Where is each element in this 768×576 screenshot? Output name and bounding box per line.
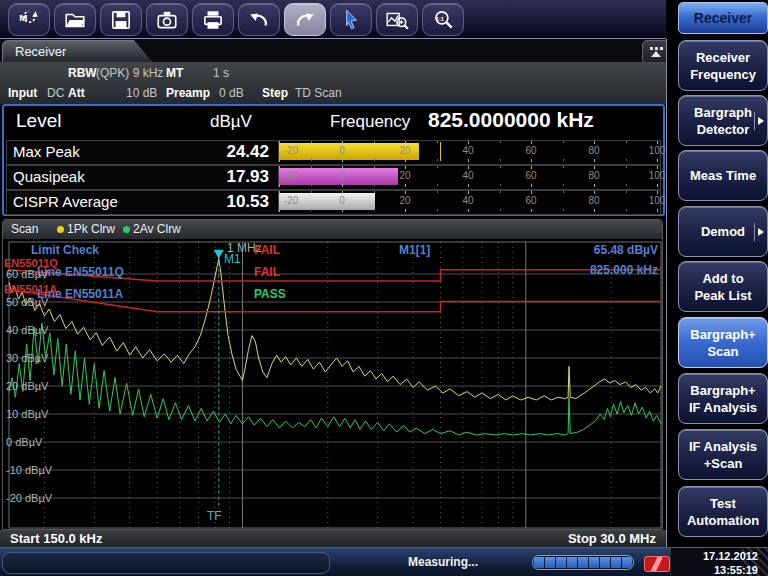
- bargraph-row-max-peak: Max Peak 24.42 -20020406080100: [6, 140, 661, 165]
- y-axis-label: 0 dBµV: [6, 436, 42, 448]
- scale-tick-label: -20: [284, 170, 298, 181]
- undo-icon[interactable]: [238, 3, 280, 36]
- bargraph-row-quasipeak: Quasipeak 17.93 -20020406080100: [6, 165, 661, 190]
- bargraph-scale: -20020406080100: [278, 141, 657, 162]
- rbw-label: RBW: [68, 66, 97, 80]
- scale-tick-label: 40: [462, 170, 473, 181]
- scale-tick-label: 100: [649, 195, 666, 206]
- bargraph-scale: -20020406080100: [278, 166, 657, 187]
- trace2-dot-icon: [123, 226, 130, 233]
- softkey-test-automation[interactable]: TestAutomation: [678, 486, 768, 537]
- error-indicator-icon: [644, 556, 670, 572]
- scale-tick-label: 20: [399, 195, 410, 206]
- scale-tick-label: 80: [588, 145, 599, 156]
- redo-icon[interactable]: [284, 3, 326, 36]
- bargraph-scale: -20020406080100: [278, 191, 657, 212]
- scale-tick-label: 60: [525, 195, 536, 206]
- bargraph-row-cispr-average: CISPR Average 10.53 -20020406080100: [6, 190, 661, 215]
- y-axis-label: -10 dBµV: [6, 464, 52, 476]
- screenshot-icon[interactable]: [146, 3, 188, 36]
- detector-label: CISPR Average: [13, 193, 118, 210]
- scan-window[interactable]: Scan 1Pk Clrw 2Av Clrw 1 MHz Limit Check…: [2, 219, 663, 530]
- scan-plot: [3, 239, 662, 530]
- limit-line-1-status: FAIL: [254, 265, 280, 279]
- tab-receiver[interactable]: Receiver: [2, 40, 152, 62]
- scale-tick-label: 60: [525, 170, 536, 181]
- date-text: 17.12.2012: [671, 549, 758, 563]
- submenu-arrow-icon: [754, 223, 764, 241]
- tab-bar: Receiver: [0, 39, 666, 62]
- input-value[interactable]: DC: [47, 86, 64, 100]
- detector-value: 10.53: [157, 192, 269, 212]
- scale-tick-label: 80: [588, 195, 599, 206]
- mt-label: MT: [166, 66, 183, 80]
- sidebar-divider: [666, 39, 667, 547]
- step-value[interactable]: TD Scan: [295, 86, 342, 100]
- bargraph-bar: [279, 143, 419, 160]
- preamp-label: Preamp: [166, 86, 210, 100]
- y-axis-label: 20 dBµV: [6, 380, 48, 392]
- trace2-legend: 2Av Clrw: [123, 222, 181, 236]
- submenu-arrow-icon: [754, 112, 764, 130]
- scale-tick-label: 0: [339, 170, 345, 181]
- softkey-receiver-frequency[interactable]: ReceiverFrequency: [678, 40, 768, 91]
- open-icon[interactable]: [54, 3, 96, 36]
- y-axis-label: 60 dBµV: [6, 268, 48, 280]
- rbw-value[interactable]: (QPK) 9 kHz: [96, 66, 163, 80]
- bargraph-header: Level dBµV Frequency 825.0000000 kHz: [4, 106, 663, 139]
- level-unit: dBµV: [210, 112, 252, 132]
- y-axis-label: 30 dBµV: [6, 352, 48, 364]
- frequency-range-bar: Start 150.0 kHz Stop 30.0 MHz: [0, 530, 666, 547]
- toolbar: M 1:1: [0, 0, 666, 38]
- zoom-icon[interactable]: [376, 3, 418, 36]
- scale-tick-label: 80: [588, 170, 599, 181]
- zoom-1-1-icon[interactable]: 1:1: [422, 3, 464, 36]
- scale-tick-label: 40: [462, 195, 473, 206]
- settings-bar: RBW (QPK) 9 kHz MT 1 s Input DC Att 10 d…: [0, 62, 666, 104]
- peak-hold-marker: [440, 142, 441, 161]
- scale-tick-label: 40: [462, 145, 473, 156]
- status-bar: Measuring... 17.12.2012 13:55:19: [0, 547, 768, 576]
- collapse-arrow-icon: [651, 51, 661, 57]
- softkey-bargraph-if-analysis[interactable]: Bargraph+IF Analysis: [678, 373, 768, 424]
- scan-chart[interactable]: 1 MHz Limit Check FAIL Line EN55011Q FAI…: [3, 239, 662, 530]
- detector-value: 24.42: [157, 142, 269, 162]
- input-label: Input: [8, 86, 37, 100]
- dots-icon: [650, 47, 663, 50]
- datetime-display: 17.12.2012 13:55:19: [670, 548, 768, 576]
- stop-frequency: Stop 30.0 MHz: [568, 531, 656, 546]
- scale-tick-label: -20: [284, 195, 298, 206]
- scale-tick-label: -20: [284, 145, 298, 156]
- softkey-bargraph-detector[interactable]: BargraphDetector: [678, 95, 768, 146]
- limit-label-en55011a: EN55011A: [4, 283, 57, 295]
- softkey-bargraph-scan[interactable]: Bargraph+Scan: [678, 317, 768, 368]
- y-axis-label: 40 dBµV: [6, 324, 48, 336]
- frequency-value[interactable]: 825.0000000 kHz: [428, 108, 594, 132]
- print-icon[interactable]: [192, 3, 234, 36]
- detector-label: Max Peak: [13, 143, 80, 160]
- select-icon[interactable]: [330, 3, 372, 36]
- mt-value[interactable]: 1 s: [213, 66, 229, 80]
- marker-name-label: M1: [224, 252, 241, 266]
- softkey-add-to-peak-list[interactable]: Add toPeak List: [678, 261, 768, 312]
- marker-level-readout: 65.48 dBµV: [594, 243, 658, 257]
- bargraph-panel[interactable]: Level dBµV Frequency 825.0000000 kHz Max…: [2, 104, 665, 216]
- softkey-meas-time[interactable]: Meas Time: [678, 150, 768, 201]
- att-label: Att: [68, 86, 85, 100]
- att-value[interactable]: 10 dB: [126, 86, 157, 100]
- scan-titlebar: Scan 1Pk Clrw 2Av Clrw: [3, 220, 662, 239]
- softkey-demod[interactable]: Demod: [678, 206, 768, 257]
- softkey-sidebar: Receiver ReceiverFrequencyBargraphDetect…: [666, 0, 768, 547]
- marker-list-label: M1[1]: [399, 243, 430, 257]
- mode-icon[interactable]: M: [8, 3, 50, 36]
- trace1-dot-icon: [57, 226, 64, 233]
- time-text: 13:55:19: [671, 563, 758, 576]
- instrument-screen: M 1:1 Receiver RBW (QPK) 9 kHz: [0, 0, 768, 576]
- trace1-legend: 1Pk Clrw: [57, 222, 115, 236]
- limit-check-header: Limit Check: [31, 243, 99, 257]
- softkey-if-analysis-scan[interactable]: IF Analysis+Scan: [678, 429, 768, 480]
- preamp-value[interactable]: 0 dB: [219, 86, 244, 100]
- scale-tick-label: 100: [649, 145, 666, 156]
- limit-line-2-status: PASS: [254, 287, 286, 301]
- save-icon[interactable]: [100, 3, 142, 36]
